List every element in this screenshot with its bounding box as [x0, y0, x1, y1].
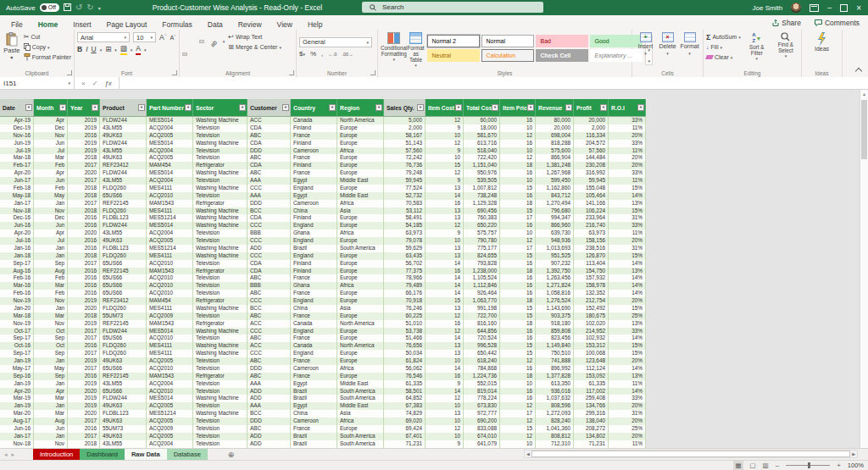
table-cell[interactable]: Europe [337, 274, 384, 282]
style-cell-bad[interactable]: Bad [536, 35, 588, 47]
table-cell[interactable]: 70,583 [384, 200, 426, 207]
table-cell[interactable]: 1,129,328 [464, 200, 500, 207]
increase-indent-icon[interactable] [216, 53, 221, 56]
table-cell[interactable]: Washing Machine [193, 328, 248, 335]
collapse-ribbon-icon[interactable] [855, 68, 862, 75]
table-cell[interactable]: 16 [500, 140, 536, 147]
table-cell[interactable]: MES51214 [147, 214, 193, 222]
table-cell[interactable]: 33% [609, 169, 646, 177]
table-cell[interactable]: Jan-19 [0, 357, 34, 365]
table-cell[interactable]: ABC [248, 274, 291, 282]
align-top-icon[interactable] [182, 40, 187, 43]
table-cell[interactable]: 25% [609, 425, 646, 433]
scroll-left-icon[interactable]: ◀ [526, 451, 530, 456]
table-cell[interactable]: 16 [500, 328, 536, 335]
table-cell[interactable]: MAM1543 [147, 268, 193, 275]
table-cell[interactable]: 134,802 [574, 433, 609, 440]
column-header-revenue[interactable]: Revenue▼ [536, 99, 574, 116]
table-cell[interactable]: Jan-19 [0, 402, 34, 410]
customize-quick-access-icon[interactable]: ▾ [98, 5, 101, 11]
table-cell[interactable]: MES4111 [147, 305, 193, 312]
table-cell[interactable]: DDD [248, 147, 291, 155]
table-cell[interactable]: 16 [500, 395, 536, 402]
table-cell[interactable]: FLDQ260 [100, 342, 147, 350]
table-cell[interactable]: Nov [34, 132, 68, 140]
column-header-item-cost[interactable]: Item Cost▼ [426, 99, 464, 116]
sheet-area[interactable]: Date▼Month▼Year▼Product▼Part Number▼Sect… [0, 90, 860, 448]
table-cell[interactable]: 12 [426, 140, 464, 147]
table-cell[interactable]: 25% [609, 312, 646, 320]
table-cell[interactable]: FLDW244 [100, 117, 147, 124]
table-cell[interactable]: 17 [500, 245, 536, 252]
table-cell[interactable]: 49UK63 [100, 417, 147, 425]
table-cell[interactable]: FLDW244 [100, 169, 147, 177]
column-header-item-price[interactable]: Item Price▼ [500, 99, 536, 116]
table-cell[interactable]: 819,014 [464, 388, 500, 395]
table-cell[interactable]: 18 [500, 297, 536, 305]
table-cell[interactable]: North America [337, 320, 384, 328]
table-cell[interactable]: Mar [34, 410, 68, 417]
table-cell[interactable]: Jan [34, 357, 68, 365]
table-cell[interactable]: Jan-20 [0, 305, 34, 312]
table-cell[interactable]: 12 [426, 169, 464, 177]
delete-cells-button[interactable]: × Delete ▾ [657, 32, 678, 57]
table-cell[interactable]: 49UK63 [100, 357, 147, 365]
table-cell[interactable]: 1,007,812 [464, 185, 500, 192]
table-cell[interactable]: 64,852 [384, 395, 426, 402]
align-bottom-icon[interactable] [199, 40, 204, 43]
table-cell[interactable]: Nov [34, 440, 68, 448]
table-cell[interactable]: ACQ2010 [147, 192, 193, 200]
ideas-button[interactable]: Ideas [805, 32, 839, 53]
table-cell[interactable]: ADD [248, 440, 291, 448]
table-cell[interactable]: 102,932 [574, 335, 609, 342]
table-cell[interactable]: 117,002 [574, 388, 609, 395]
filter-button[interactable]: ▼ [492, 104, 498, 111]
table-cell[interactable]: 13 [426, 305, 464, 312]
table-cell[interactable]: 10 [500, 440, 536, 448]
table-cell[interactable]: ABC [248, 154, 291, 162]
table-cell[interactable]: 141,166 [574, 200, 609, 207]
style-cell-calculation[interactable]: Calculation [481, 49, 534, 62]
table-cell[interactable]: 69,424 [384, 425, 426, 433]
table-cell[interactable]: AAA [248, 177, 291, 185]
table-cell[interactable]: 76,656 [384, 342, 426, 350]
table-cell[interactable]: 11% [609, 147, 646, 155]
table-cell[interactable]: 55UM73 [100, 312, 147, 320]
table-cell[interactable]: 15% [609, 305, 646, 312]
filter-button[interactable]: ▼ [527, 104, 534, 111]
table-cell[interactable]: Jan [34, 200, 68, 207]
table-cell[interactable]: Jun-16 [0, 425, 34, 433]
table-cell[interactable]: 138,040 [574, 417, 609, 425]
table-cell[interactable]: South America [337, 433, 384, 440]
table-cell[interactable]: 866,904 [536, 154, 574, 162]
table-cell[interactable]: Middle East [337, 402, 384, 410]
table-cell[interactable]: 613,350 [536, 380, 574, 388]
table-cell[interactable]: 650,442 [464, 350, 500, 357]
table-cell[interactable]: 12 [500, 433, 536, 440]
table-cell[interactable]: CDA [248, 268, 291, 275]
table-cell[interactable]: 204,572 [574, 140, 609, 147]
table-cell[interactable]: 238,516 [574, 245, 609, 252]
table-cell[interactable]: DDD [248, 417, 291, 425]
table-cell[interactable]: 49UK63 [100, 154, 147, 162]
table-cell[interactable]: France [291, 373, 337, 380]
decrease-decimal-icon[interactable]: .00→ [342, 52, 353, 57]
table-cell[interactable]: Brazil [291, 440, 337, 448]
orientation-icon[interactable]: ab [208, 32, 220, 51]
table-cell[interactable]: 951,525 [536, 252, 574, 260]
table-cell[interactable]: 903,375 [536, 312, 574, 320]
table-cell[interactable]: 618,240 [464, 357, 500, 365]
table-cell[interactable]: 154,750 [574, 268, 609, 275]
table-cell[interactable]: ACQ2010 [147, 274, 193, 282]
table-cell[interactable]: Feb-16 [0, 290, 34, 297]
table-cell[interactable]: 2016 [68, 245, 100, 252]
table-cell[interactable]: 2,000 [384, 124, 426, 132]
table-cell[interactable]: 12 [500, 154, 536, 162]
table-cell[interactable]: Nov-18 [0, 207, 34, 215]
table-cell[interactable]: 102,020 [574, 320, 609, 328]
table-cell[interactable]: 49UK63 [100, 132, 147, 140]
table-cell[interactable]: 613,716 [464, 140, 500, 147]
table-cell[interactable]: 18,000 [464, 124, 500, 132]
sheet-nav-left-icon[interactable]: ◂ [4, 451, 8, 458]
table-cell[interactable]: 61,335 [574, 380, 609, 388]
